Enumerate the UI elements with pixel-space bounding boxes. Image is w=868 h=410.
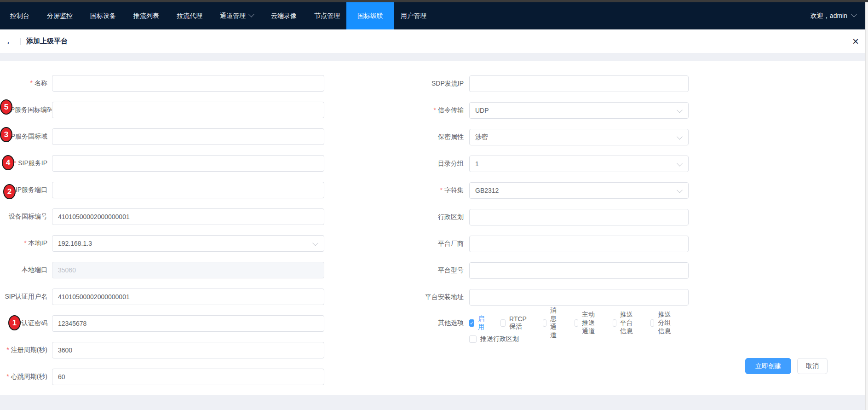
selected-value: UDP [475, 107, 489, 114]
checkbox-rtcp-keepalive[interactable]: ✓ RTCP保活 [500, 315, 529, 331]
annotation-badge-2: 2 [3, 184, 16, 199]
form-row-heartbeat-period: *心跳周期(秒) [0, 369, 324, 385]
checkbox-label: 推送平台信息 [620, 311, 637, 335]
checkbox-box: ✓ [575, 319, 578, 327]
form-row-secrecy: *保密属性 涉密 [0, 129, 689, 145]
form-row-register-period: *注册周期(秒) [0, 342, 324, 358]
platform-model-field[interactable] [469, 262, 689, 279]
form-row-platform-address: *平台安装地址 [0, 289, 689, 306]
chevron-down-icon [677, 187, 683, 193]
checkbox-box: ✓ [500, 319, 506, 327]
checkbox-enable[interactable]: ✓ 启用 [469, 315, 487, 331]
chevron-down-icon [677, 134, 683, 140]
register-period-field[interactable] [52, 342, 324, 358]
checkbox-label: 主动推送通道 [582, 311, 599, 335]
nav-item-user-mgmt[interactable]: 用户管理 [401, 2, 426, 29]
form-row-directory-group: *目录分组 1 [0, 156, 689, 172]
page-title: 添加上级平台 [26, 37, 68, 46]
chevron-down-icon [677, 107, 683, 113]
field-label: 平台安装地址 [425, 293, 464, 300]
field-label: 字符集 [444, 186, 464, 194]
checkbox-label: 启用 [478, 315, 487, 331]
field-label: 信令传输 [438, 106, 464, 114]
field-label: 行政区划 [438, 213, 464, 220]
chevron-down-icon [248, 12, 254, 17]
selected-value: 1 [475, 160, 479, 167]
checkbox-box: ✓ [543, 319, 546, 327]
window-top-strip [0, 0, 868, 2]
form-row-sdp-send-ip: *SDP发流IP [0, 75, 689, 92]
required-asterisk: * [6, 373, 9, 380]
directory-group-select[interactable]: 1 [469, 156, 689, 172]
platform-address-field[interactable] [469, 289, 689, 306]
scrollbar[interactable] [865, 2, 868, 410]
secrecy-select[interactable]: 涉密 [469, 129, 689, 145]
chevron-down-icon [851, 12, 857, 17]
field-label: 平台厂商 [438, 240, 464, 247]
checkbox-box: ✓ [613, 319, 616, 327]
nav-item-split-screen[interactable]: 分屏监控 [47, 2, 73, 29]
top-navbar: 控制台 分屏监控 国标设备 推流列表 拉流代理 通道管理 云端录像 节点管理 国… [0, 2, 865, 29]
annotation-badge-1: 1 [8, 315, 21, 330]
checkbox-label: RTCP保活 [509, 315, 529, 331]
nav-item-cloud-record[interactable]: 云端录像 [271, 2, 297, 29]
charset-select[interactable]: GB2312 [469, 182, 689, 199]
admin-region-field[interactable] [469, 209, 689, 225]
platform-vendor-field[interactable] [469, 236, 689, 252]
other-options-row-2: ✓ 推送行政区划 [464, 331, 533, 347]
field-label: 其他选项 [438, 319, 464, 326]
user-menu[interactable]: 欢迎，admin [811, 2, 865, 29]
checkbox-label: 推送分组信息 [658, 311, 675, 335]
nav-items: 控制台 分屏监控 国标设备 推流列表 拉流代理 通道管理 云端录像 节点管理 国… [0, 2, 444, 29]
checkbox-box: ✓ [469, 335, 477, 343]
nav-item-push-list[interactable]: 推流列表 [133, 2, 159, 29]
form-row-charset: *字符集 GB2312 [0, 182, 689, 199]
form-row-signal-transport: *信令传输 UDP [0, 102, 689, 119]
nav-item-pull-proxy[interactable]: 拉流代理 [177, 2, 202, 29]
nav-item-channel-mgmt[interactable]: 通道管理 [220, 2, 253, 29]
nav-item-gb-cascade[interactable]: 国标级联 [346, 2, 394, 29]
nav-item-console[interactable]: 控制台 [10, 2, 29, 29]
signal-transport-select[interactable]: UDP [469, 102, 689, 119]
required-asterisk: * [6, 346, 9, 353]
heartbeat-period-field[interactable] [52, 369, 324, 385]
checkbox-label: 推送行政区划 [480, 335, 519, 343]
checkbox-label: 消息通道 [550, 306, 561, 340]
nav-item-gb-devices[interactable]: 国标设备 [90, 2, 116, 29]
chevron-down-icon [677, 161, 683, 167]
nav-item-node-mgmt[interactable]: 节点管理 [314, 2, 340, 29]
cancel-button[interactable]: 取消 [797, 358, 828, 374]
field-label: 目录分组 [438, 160, 464, 167]
selected-value: 涉密 [475, 133, 488, 141]
create-button[interactable]: 立即创建 [745, 358, 791, 374]
field-label: 平台型号 [438, 266, 464, 274]
field-label: 心跳周期(秒) [11, 373, 47, 380]
header-divider [20, 38, 21, 45]
welcome-text: 欢迎，admin [811, 12, 847, 20]
checkbox-push-platform-info[interactable]: ✓ 推送平台信息 [613, 311, 637, 335]
sdp-send-ip-field[interactable] [469, 75, 689, 92]
annotation-badge-5: 5 [0, 99, 12, 115]
form-card: *名称 *SIP服务国标编码 *SIP服务国标域 *SIP服务IP *SIP服务… [0, 61, 865, 395]
field-label: 保密属性 [438, 133, 464, 140]
annotation-badge-4: 4 [2, 155, 14, 170]
page-header: ← 添加上级平台 × [0, 29, 865, 53]
field-label: 注册周期(秒) [11, 346, 47, 353]
required-asterisk: * [434, 106, 436, 114]
required-asterisk: * [440, 186, 443, 194]
field-label: SDP发流IP [431, 80, 464, 87]
other-options-row: 其他选项 ✓ 启用 ✓ RTCP保活 ✓ 消息通道 ✓ 主动推送通道 ✓ 推送平… [0, 315, 689, 331]
checkbox-push-group-info[interactable]: ✓ 推送分组信息 [650, 311, 675, 335]
checkbox-box: ✓ [469, 319, 474, 327]
checkbox-box: ✓ [650, 319, 654, 327]
form-row-platform-model: *平台型号 [0, 262, 689, 279]
form-row-platform-vendor: *平台厂商 [0, 236, 689, 252]
check-icon: ✓ [470, 320, 474, 326]
checkbox-push-admin-region[interactable]: ✓ 推送行政区划 [469, 335, 519, 343]
back-button[interactable]: ← [6, 37, 15, 46]
selected-value: GB2312 [475, 187, 499, 194]
checkbox-message-channel[interactable]: ✓ 消息通道 [543, 306, 561, 340]
checkbox-auto-push-channel[interactable]: ✓ 主动推送通道 [575, 311, 599, 335]
form-row-admin-region: *行政区划 [0, 209, 689, 225]
close-button[interactable]: × [852, 36, 859, 47]
